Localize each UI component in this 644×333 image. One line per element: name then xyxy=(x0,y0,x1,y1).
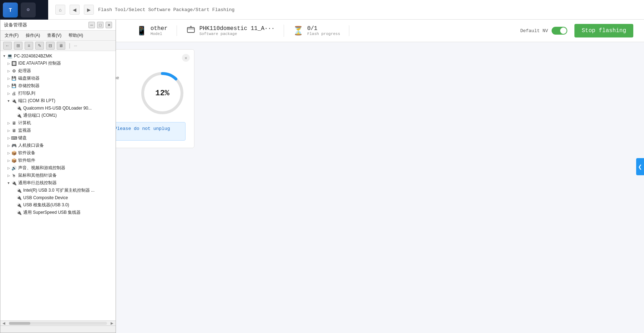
dm-more-dots: ··· xyxy=(74,44,77,48)
tree-item-ide[interactable]: ▷ 🔲 IDE ATA/ATAPI 控制器 xyxy=(0,60,116,67)
dm-back-btn[interactable]: ← xyxy=(3,42,12,50)
stop-flashing-button[interactable]: Stop flashing xyxy=(574,24,633,37)
dm-display-btn[interactable]: 🖥 xyxy=(57,42,65,50)
tree-label-mouse: 鼠标和其他指针设备 xyxy=(18,172,57,178)
ft-content: × COM32 00:00:42 Current time consume 00… xyxy=(48,42,644,333)
tree-arrow-software-component: ▷ xyxy=(6,158,11,163)
tree-item-usb-composite[interactable]: ▷ 🔌 USB Composite Device xyxy=(0,194,116,201)
tree-arrow-disk: ▷ xyxy=(6,76,11,81)
tree-item-com1[interactable]: ▷ 🔌 通信端口 (COM1) xyxy=(0,112,116,119)
software-sublabel: Software package xyxy=(199,32,275,36)
dm-grid-btn[interactable]: ⊞ xyxy=(14,42,22,50)
tree-item-software-component[interactable]: ▷ 📦 软件组件 xyxy=(0,157,116,164)
tree-icon-print: 🖨 xyxy=(11,91,17,96)
back-icon: ◀ xyxy=(73,7,76,12)
tree-label-ide: IDE ATA/ATAPI 控制器 xyxy=(18,60,61,66)
card-close-button[interactable]: × xyxy=(182,54,190,62)
tree-item-monitor[interactable]: ▷ 🖥 监视器 xyxy=(0,127,116,134)
tree-icon-computer: 🖥 xyxy=(11,120,17,126)
dm-list-btn[interactable]: ≡ xyxy=(25,42,33,50)
model-label: other xyxy=(151,25,168,32)
forward-icon: ▶ xyxy=(87,7,91,12)
tree-arrow-software-device: ▷ xyxy=(6,151,11,156)
tree-icon-com: 🔌 xyxy=(11,98,17,104)
tree-label-root: PC-20240824BZMK xyxy=(14,54,52,59)
dm-device-tree[interactable]: ▼ 💻 PC-20240824BZMK ▷ 🔲 IDE ATA/ATAPI 控制… xyxy=(0,51,116,321)
taskbar-icon-1[interactable]: T xyxy=(3,2,18,17)
tree-icon-keyboard: ⌨ xyxy=(11,135,17,141)
tree-arrow-usb-hub: ▼ xyxy=(6,181,11,186)
tree-icon-sound: 🔊 xyxy=(11,165,17,171)
tree-label-com: 端口 (COM 和 LPT) xyxy=(18,98,55,104)
tree-label-hid: 人机接口设备 xyxy=(18,142,44,148)
nav-forward-button[interactable]: ▶ xyxy=(84,5,94,15)
tree-item-cpu[interactable]: ▷ ⚙ 处理器 xyxy=(0,67,116,75)
home-icon: ⌂ xyxy=(59,7,62,12)
tree-icon-hid: 🎮 xyxy=(11,143,17,148)
dm-menu-action[interactable]: 操作(A) xyxy=(24,32,41,39)
tree-item-mouse[interactable]: ▷ 🖱 鼠标和其他指针设备 xyxy=(0,172,116,179)
breadcrumb: Flash Tool/Select Software Package/Start… xyxy=(98,7,234,12)
tree-item-superspeed[interactable]: ▷ 🔌 通用 SuperSpeed USB 集线器 xyxy=(0,209,116,216)
right-edge-collapse-button[interactable]: ❮ xyxy=(636,158,644,175)
tree-item-print[interactable]: ▷ 🖨 打印队列 xyxy=(0,90,116,97)
tree-arrow-cpu: ▷ xyxy=(6,69,11,74)
dm-props-btn[interactable]: ⊟ xyxy=(46,42,55,50)
progress-percent-text: 12% xyxy=(155,89,169,98)
tree-item-com[interactable]: ▼ 🔌 端口 (COM 和 LPT) xyxy=(0,97,116,105)
default-nv-toggle[interactable] xyxy=(552,27,567,35)
tree-label-usb-composite: USB Composite Device xyxy=(23,195,68,200)
hourglass-icon: ⏳ xyxy=(293,26,304,36)
dm-scrollbar-thumb[interactable] xyxy=(9,322,30,325)
dm-scrollbar-horizontal[interactable]: ◀ ▶ xyxy=(0,321,116,326)
tree-item-disk[interactable]: ▷ 💾 磁盘驱动器 xyxy=(0,75,116,82)
nav-back-button[interactable]: ◀ xyxy=(70,5,80,15)
tree-item-root[interactable]: ▼ 💻 PC-20240824BZMK xyxy=(0,52,116,60)
dm-bottom-bar xyxy=(0,326,116,333)
default-nv-label: Default NV xyxy=(520,28,548,34)
tree-icon-root: 💻 xyxy=(7,53,12,59)
tree-label-storage: 存储控制器 xyxy=(18,83,40,89)
tree-item-qualcomm[interactable]: ▷ 🔌 Qualcomm HS-USB QDLoader 90... xyxy=(0,105,116,112)
dm-menu-view[interactable]: 查看(V) xyxy=(46,32,63,39)
dm-toolbar: ← ⊞ ≡ ✎ ⊟ 🖥 | ··· xyxy=(0,41,116,51)
tree-item-hid[interactable]: ▷ 🎮 人机接口设备 xyxy=(0,142,116,149)
default-nv-section: Default NV xyxy=(520,27,567,35)
tree-item-usb-hub[interactable]: ▼ 🔌 通用串行总线控制器 xyxy=(0,179,116,187)
tree-label-usb-hub: 通用串行总线控制器 xyxy=(18,180,57,186)
device-manager-window: 设备管理器 ─ □ ✕ 文件(F) 操作(A) 查看(V) 帮助(H) ← ⊞ … xyxy=(0,20,116,333)
tree-icon-monitor: 🖥 xyxy=(11,128,17,133)
dm-title: 设备管理器 xyxy=(4,22,27,28)
flash-progress-label: 0/1 xyxy=(307,25,340,32)
tree-item-keyboard[interactable]: ▷ ⌨ 键盘 xyxy=(0,134,116,142)
tree-arrow-sound: ▷ xyxy=(6,166,11,171)
dm-menu-file[interactable]: 文件(F) xyxy=(3,32,20,39)
tree-item-usb-root[interactable]: ▷ 🔌 USB 根集线器(USB 3.0) xyxy=(0,201,116,209)
tree-icon-software-component: 📦 xyxy=(11,158,17,163)
tree-icon-qualcomm: 🔌 xyxy=(16,105,22,111)
tree-arrow-hid: ▷ xyxy=(6,143,11,148)
close-button[interactable]: ✕ xyxy=(106,22,112,28)
tree-icon-software-device: 📦 xyxy=(11,150,17,156)
tree-item-software-device[interactable]: ▷ 📦 软件设备 xyxy=(0,149,116,157)
tree-item-sound[interactable]: ▷ 🔊 声音、视频和游戏控制器 xyxy=(0,164,116,172)
tree-label-computer: 计算机 xyxy=(18,120,31,126)
tree-item-storage[interactable]: ▷ 💾 存储控制器 xyxy=(0,82,116,90)
tree-label-intel-usb: Intel(R) USB 3.0 可扩展主机控制器 ... xyxy=(23,187,95,193)
tree-icon-storage: 💾 xyxy=(11,83,17,89)
tree-label-com1: 通信端口 (COM1) xyxy=(23,112,57,118)
tree-item-intel-usb[interactable]: ▷ 🔌 Intel(R) USB 3.0 可扩展主机控制器 ... xyxy=(0,187,116,194)
tree-icon-cpu: ⚙ xyxy=(11,68,17,74)
minimize-button[interactable]: ─ xyxy=(88,22,95,28)
software-info: PHK110domestic 11_A··· Software package xyxy=(199,25,275,36)
dm-menu-help[interactable]: 帮助(H) xyxy=(67,32,85,39)
nav-home-button[interactable]: ⌂ xyxy=(55,5,65,15)
toggle-knob xyxy=(560,27,567,34)
tree-arrow-print: ▷ xyxy=(6,91,11,96)
taskbar-icon-2[interactable]: ⚙ xyxy=(21,2,36,17)
tree-item-computer[interactable]: ▷ 🖥 计算机 xyxy=(0,119,116,127)
dm-titlebar: 设备管理器 ─ □ ✕ xyxy=(0,20,116,31)
dm-edit-btn[interactable]: ✎ xyxy=(35,42,44,50)
maximize-button[interactable]: □ xyxy=(97,22,103,28)
package-icon xyxy=(186,25,196,37)
